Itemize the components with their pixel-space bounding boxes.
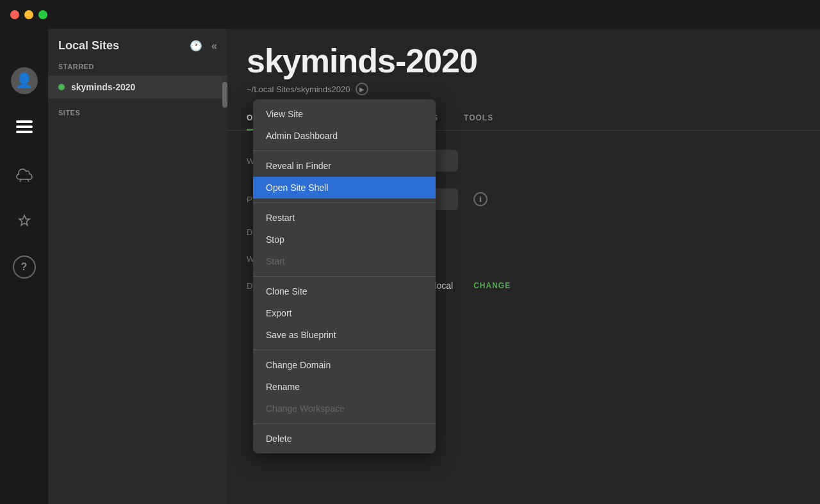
cm-save-blueprint[interactable]: Save as Blueprint [253,324,436,346]
context-menu-overlay[interactable]: View Site Admin Dashboard Reveal in Find… [0,0,820,504]
cm-section-4: Clone Site Export Save as Blueprint [253,277,436,350]
cm-start: Start [253,250,436,272]
cm-admin-dashboard[interactable]: Admin Dashboard [253,125,436,147]
cm-clone-site[interactable]: Clone Site [253,280,436,302]
cm-section-1: View Site Admin Dashboard [253,99,436,151]
cm-export[interactable]: Export [253,302,436,324]
cm-view-site[interactable]: View Site [253,103,436,125]
cm-open-site-shell[interactable]: Open Site Shell [253,177,436,199]
cm-change-domain[interactable]: Change Domain [253,354,436,376]
cm-restart[interactable]: Restart [253,207,436,229]
cm-section-6: Delete [253,424,436,453]
cm-rename[interactable]: Rename [253,376,436,398]
cm-reveal-finder[interactable]: Reveal in Finder [253,155,436,177]
cm-delete[interactable]: Delete [253,428,436,450]
cm-section-5: Change Domain Rename Change Workspace [253,350,436,424]
cm-section-3: Restart Stop Start [253,203,436,277]
cm-stop[interactable]: Stop [253,229,436,250]
cm-change-workspace: Change Workspace [253,398,436,419]
cm-section-2: Reveal in Finder Open Site Shell [253,151,436,203]
context-menu: View Site Admin Dashboard Reveal in Find… [253,99,436,453]
